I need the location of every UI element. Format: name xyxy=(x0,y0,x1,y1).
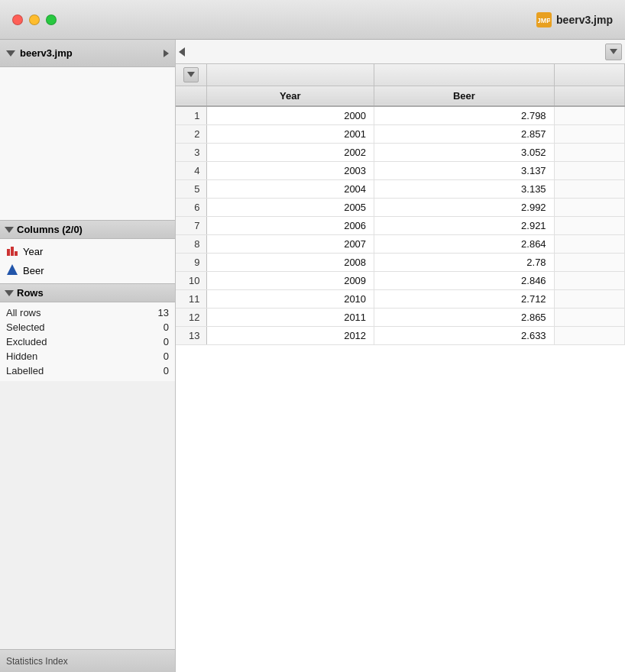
selected-value: 0 xyxy=(151,321,169,333)
rows-hidden: Hidden 0 xyxy=(6,349,169,363)
hidden-value: 0 xyxy=(151,351,169,362)
row-number: 10 xyxy=(176,271,206,289)
table-row[interactable]: 920082.78 xyxy=(176,253,625,271)
year-cell: 2003 xyxy=(206,161,374,179)
svg-rect-3 xyxy=(11,247,14,256)
row-filter-icon xyxy=(187,72,195,77)
scroll-left-icon[interactable] xyxy=(179,47,185,57)
table-row[interactable]: 520043.135 xyxy=(176,179,625,198)
extra-cell xyxy=(554,106,624,125)
row-number: 12 xyxy=(176,308,206,326)
labelled-value: 0 xyxy=(151,365,169,376)
year-cell: 2009 xyxy=(206,271,374,289)
datasource-navigate-icon[interactable] xyxy=(164,50,169,57)
beer-cell: 2.712 xyxy=(374,289,555,308)
year-cell: 2001 xyxy=(206,124,374,143)
beer-cell: 3.052 xyxy=(374,143,555,161)
data-table: Year Beer 120002.798220012.857320023.052… xyxy=(176,64,625,345)
beer-cell: 2.992 xyxy=(374,198,555,216)
extra-cell xyxy=(554,216,624,234)
beer-cell: 2.78 xyxy=(374,253,555,271)
labelled-label: Labelled xyxy=(6,365,44,376)
rows-selected: Selected 0 xyxy=(6,320,169,334)
table-top-controls xyxy=(176,40,625,64)
column-item-beer[interactable]: Beer xyxy=(6,261,169,280)
beer-column-icon xyxy=(6,263,18,278)
left-panel-spacer xyxy=(0,381,175,649)
table-row[interactable]: 1020092.846 xyxy=(176,271,625,289)
rows-all-rows: All rows 13 xyxy=(6,305,169,320)
table-row[interactable]: 820072.864 xyxy=(176,234,625,253)
row-number: 4 xyxy=(176,161,206,179)
extra-cell xyxy=(554,161,624,179)
rows-header[interactable]: Rows xyxy=(0,284,175,302)
table-row[interactable]: 1220112.865 xyxy=(176,308,625,326)
excluded-value: 0 xyxy=(151,336,169,347)
filter-button[interactable] xyxy=(605,44,622,60)
rows-section: Rows All rows 13 Selected 0 Excluded 0 H… xyxy=(0,283,175,381)
table-body: 120002.798220012.857320023.052420033.137… xyxy=(176,106,625,345)
year-cell: 2012 xyxy=(206,326,374,344)
extra-cell xyxy=(554,198,624,216)
beer-cell: 3.135 xyxy=(374,179,555,198)
year-cell: 2008 xyxy=(206,253,374,271)
table-row[interactable]: 1320122.633 xyxy=(176,326,625,344)
row-filter-dropdown[interactable] xyxy=(183,67,199,82)
svg-text:JMP: JMP xyxy=(538,17,550,24)
year-cell: 2002 xyxy=(206,143,374,161)
table-row[interactable]: 420033.137 xyxy=(176,161,625,179)
row-number: 8 xyxy=(176,234,206,253)
extra-cell xyxy=(554,253,624,271)
year-cell: 2004 xyxy=(206,179,374,198)
maximize-button[interactable] xyxy=(46,15,57,25)
table-row[interactable]: 620052.992 xyxy=(176,198,625,216)
table-row[interactable]: 120002.798 xyxy=(176,106,625,125)
year-cell: 2006 xyxy=(206,216,374,234)
row-number: 6 xyxy=(176,198,206,216)
datasource-content xyxy=(0,67,175,220)
table-row[interactable]: 720062.921 xyxy=(176,216,625,234)
year-column-label: Year xyxy=(23,246,43,257)
window-title-area: JMP beerv3.jmp xyxy=(536,12,613,27)
filter-extra-cell xyxy=(554,64,624,86)
beer-column-header[interactable]: Beer xyxy=(374,86,555,106)
row-number: 9 xyxy=(176,253,206,271)
row-number: 3 xyxy=(176,143,206,161)
table-row[interactable]: 320023.052 xyxy=(176,143,625,161)
extra-cell xyxy=(554,234,624,253)
table-row[interactable]: 220012.857 xyxy=(176,124,625,143)
data-table-container[interactable]: Year Beer 120002.798220012.857320023.052… xyxy=(176,64,625,672)
right-panel: Year Beer 120002.798220012.857320023.052… xyxy=(176,40,625,672)
statistics-index-label: Statistics Index xyxy=(6,656,68,667)
extra-cell xyxy=(554,289,624,308)
excluded-label: Excluded xyxy=(6,336,47,347)
all-rows-label: All rows xyxy=(6,307,41,318)
all-rows-value: 13 xyxy=(151,307,169,318)
row-number: 2 xyxy=(176,124,206,143)
year-column-header[interactable]: Year xyxy=(206,86,374,106)
app-icon: JMP xyxy=(536,12,552,27)
beer-cell: 2.846 xyxy=(374,271,555,289)
beer-cell: 2.864 xyxy=(374,234,555,253)
bottom-bar[interactable]: Statistics Index xyxy=(0,649,175,672)
beer-cell: 2.633 xyxy=(374,326,555,344)
rows-collapse-icon xyxy=(5,290,14,296)
year-column-icon xyxy=(6,244,18,259)
table-row[interactable]: 1120102.712 xyxy=(176,289,625,308)
minimize-button[interactable] xyxy=(29,15,40,25)
column-item-year[interactable]: Year xyxy=(6,242,169,261)
rows-header-label: Rows xyxy=(17,287,44,299)
selected-label: Selected xyxy=(6,321,45,333)
datasource-label: beerv3.jmp xyxy=(20,47,73,59)
datasource-collapse-icon xyxy=(6,50,15,57)
beer-cell: 2.865 xyxy=(374,308,555,326)
close-button[interactable] xyxy=(12,15,23,25)
filter-row xyxy=(176,64,625,86)
hidden-label: Hidden xyxy=(6,351,37,362)
beer-column-label: Beer xyxy=(23,265,44,276)
column-header-row: Year Beer xyxy=(176,86,625,106)
datasource-header[interactable]: beerv3.jmp xyxy=(0,40,175,67)
columns-header[interactable]: Columns (2/0) xyxy=(0,221,175,239)
traffic-lights xyxy=(12,15,57,25)
extra-cell xyxy=(554,308,624,326)
